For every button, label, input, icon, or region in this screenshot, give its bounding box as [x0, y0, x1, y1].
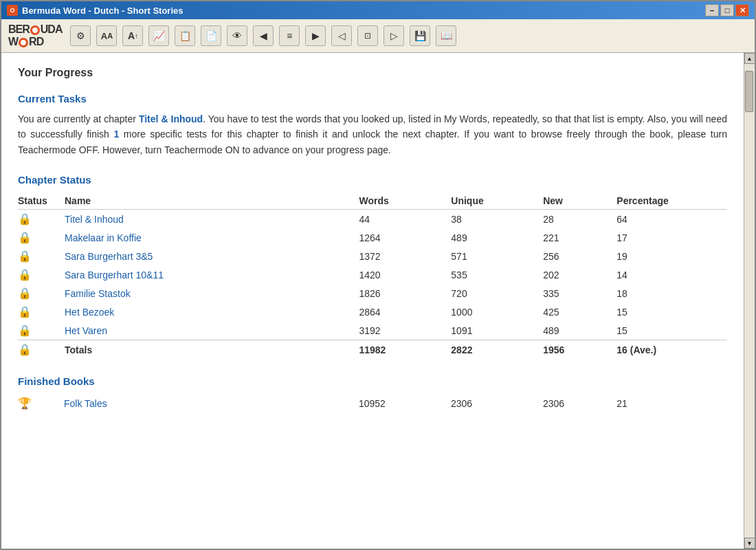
document-button[interactable]: 📄 — [201, 25, 221, 46]
status-icon: 🔒 — [18, 210, 65, 229]
unique-value: 720 — [451, 284, 543, 302]
book-words: 10952 — [359, 394, 451, 412]
forward-button[interactable]: ▷ — [383, 25, 404, 46]
table-row: 🔒 Titel & Inhoud 44 38 28 64 — [18, 210, 727, 229]
percentage-value: 15 — [616, 302, 727, 321]
header-unique: Unique — [451, 192, 543, 210]
chapter-name[interactable]: Familie Stastok — [65, 284, 359, 302]
chapter-name[interactable]: Het Bezoek — [65, 302, 359, 321]
view-button[interactable]: 👁 — [227, 25, 247, 46]
book-button[interactable]: 📖 — [436, 25, 456, 46]
title-bar: O Bermuda Word - Dutch - Short Stories –… — [1, 1, 755, 19]
status-icon: 🔒 — [18, 265, 65, 284]
chapter-name[interactable]: Makelaar in Koffie — [65, 228, 359, 247]
new-value: 425 — [543, 302, 616, 321]
chapter-name[interactable]: Sara Burgerhart 3&5 — [65, 247, 359, 265]
title-bar-left: O Bermuda Word - Dutch - Short Stories — [7, 5, 184, 16]
text-before-chapter: You are currently at chapter — [18, 113, 139, 124]
book-new: 2306 — [543, 394, 616, 412]
logo-text: BERUDAWRD — [8, 23, 62, 48]
settings-button[interactable]: ⚙ — [70, 25, 91, 46]
chapter-link[interactable]: Titel & Inhoud — [139, 113, 203, 124]
status-icon: 🔒 — [18, 228, 65, 247]
chapter-status-table: Status Name Words Unique New Percentage … — [18, 192, 727, 359]
minimize-button[interactable]: – — [705, 4, 719, 16]
unique-value: 535 — [451, 265, 543, 284]
font-size-button[interactable]: AA — [96, 25, 117, 46]
totals-unique: 2822 — [451, 340, 543, 360]
new-value: 28 — [543, 210, 616, 229]
book-name[interactable]: Folk Tales — [64, 394, 359, 412]
header-name: Name — [65, 192, 359, 210]
totals-row: 🔒 Totals 11982 2822 1956 16 (Ave.) — [18, 340, 727, 360]
scroll-thumb[interactable] — [745, 71, 753, 112]
unique-value: 1000 — [451, 302, 543, 321]
words-value: 3192 — [359, 321, 451, 340]
percentage-value: 14 — [616, 265, 727, 284]
scroll-track[interactable] — [744, 64, 755, 538]
current-tasks-heading: Current Tasks — [18, 93, 727, 104]
next-chapter-button[interactable]: ▶ — [305, 25, 326, 46]
words-value: 1264 — [359, 228, 451, 247]
trophy-icon: 🏆 — [18, 394, 64, 412]
words-value: 44 — [359, 210, 451, 229]
current-tasks-section: Current Tasks You are currently at chapt… — [18, 93, 727, 157]
app-icon: O — [7, 5, 18, 16]
status-icon: 🔒 — [18, 284, 65, 302]
percentage-value: 18 — [616, 284, 727, 302]
main-area: Your Progress Current Tasks You are curr… — [1, 53, 755, 549]
list-button[interactable]: ≡ — [279, 25, 300, 46]
book-percentage: 21 — [616, 394, 727, 412]
table-row: 🔒 Familie Stastok 1826 720 335 18 — [18, 284, 727, 302]
bookmark-button[interactable]: ⊡ — [357, 25, 378, 46]
table-row: 🔒 Het Varen 3192 1091 489 15 — [18, 321, 727, 340]
new-value: 202 — [543, 265, 616, 284]
prev-chapter-button[interactable]: ◀ — [253, 25, 274, 46]
close-button[interactable]: ✕ — [735, 4, 749, 16]
table-row: 🔒 Sara Burgerhart 3&5 1372 571 256 19 — [18, 247, 727, 265]
clipboard-button[interactable]: 📋 — [175, 25, 195, 46]
percentage-value: 64 — [616, 210, 727, 229]
new-value: 335 — [543, 284, 616, 302]
unique-value: 38 — [451, 210, 543, 229]
font-increase-button[interactable]: A↑ — [122, 25, 143, 46]
header-words: Words — [359, 192, 451, 210]
finished-books-table: 🏆 Folk Tales 10952 2306 2306 21 — [18, 394, 727, 412]
restore-button[interactable]: □ — [720, 4, 734, 16]
totals-label: Totals — [65, 340, 359, 360]
words-value: 1826 — [359, 284, 451, 302]
totals-percentage: 16 (Ave.) — [616, 340, 727, 360]
window-title: Bermuda Word - Dutch - Short Stories — [22, 6, 184, 16]
new-value: 221 — [543, 228, 616, 247]
chart-button[interactable]: 📈 — [148, 25, 169, 46]
words-value: 2864 — [359, 302, 451, 321]
logo: BERUDAWRD — [8, 23, 62, 48]
scroll-up-button[interactable]: ▲ — [744, 53, 755, 64]
page-title: Your Progress — [18, 67, 727, 79]
unique-value: 1091 — [451, 321, 543, 340]
unique-value: 571 — [451, 247, 543, 265]
chapter-name[interactable]: Sara Burgerhart 10&11 — [65, 265, 359, 284]
toolbar: BERUDAWRD ⚙ AA A↑ 📈 📋 📄 👁 ◀ ≡ ▶ ◁ ⊡ ▷ 💾 … — [1, 19, 755, 53]
save-button[interactable]: 💾 — [410, 25, 430, 46]
table-row: 🔒 Sara Burgerhart 10&11 1420 535 202 14 — [18, 265, 727, 284]
current-tasks-text: You are currently at chapter Titel & Inh… — [18, 111, 727, 157]
back-button[interactable]: ◁ — [331, 25, 352, 46]
new-value: 489 — [543, 321, 616, 340]
status-icon: 🔒 — [18, 247, 65, 265]
status-icon: 🔒 — [18, 302, 65, 321]
percentage-value: 19 — [616, 247, 727, 265]
finished-books-section: Finished Books 🏆 Folk Tales 10952 2306 2… — [18, 375, 727, 412]
header-status: Status — [18, 192, 65, 210]
table-row: 🔒 Het Bezoek 2864 1000 425 15 — [18, 302, 727, 321]
chapter-name[interactable]: Titel & Inhoud — [65, 210, 359, 229]
content-area: Your Progress Current Tasks You are curr… — [1, 53, 744, 549]
scroll-down-button[interactable]: ▼ — [744, 538, 755, 549]
percentage-value: 15 — [616, 321, 727, 340]
table-row: 🏆 Folk Tales 10952 2306 2306 21 — [18, 394, 727, 412]
words-value: 1372 — [359, 247, 451, 265]
table-row: 🔒 Makelaar in Koffie 1264 489 221 17 — [18, 228, 727, 247]
words-value: 1420 — [359, 265, 451, 284]
scrollbar: ▲ ▼ — [744, 53, 755, 549]
chapter-name[interactable]: Het Varen — [65, 321, 359, 340]
